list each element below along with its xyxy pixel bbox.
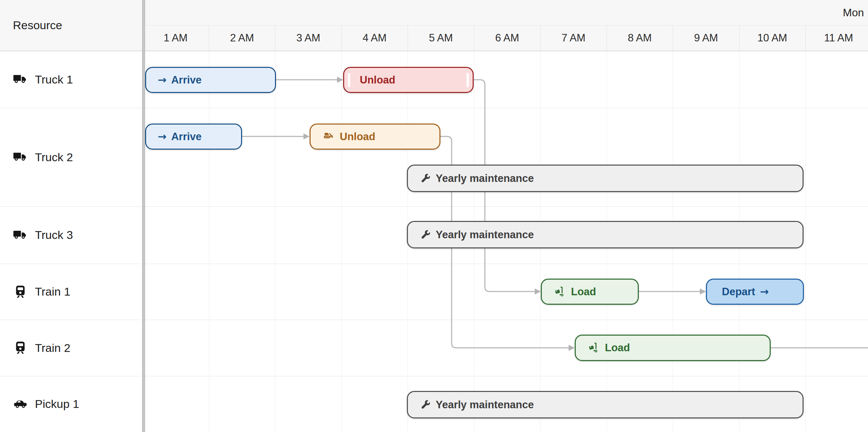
event-label: Yearly maintenance	[436, 399, 534, 411]
resize-handle-left[interactable]	[348, 73, 350, 87]
bulldozer-icon	[322, 131, 335, 143]
dependency-arrowhead	[337, 77, 343, 83]
event-truck2-unload[interactable]: Unload	[310, 124, 440, 150]
resize-handle-right[interactable]	[467, 73, 469, 87]
resource-row-truck-3[interactable]: Truck 3	[0, 206, 142, 264]
event-label: Yearly maintenance	[436, 172, 534, 185]
hour-header-cell: 6 AM	[474, 25, 540, 51]
event-label: Unload	[340, 131, 375, 143]
hour-header-cell: 4 AM	[341, 25, 408, 51]
event-label: Arrive	[171, 131, 202, 143]
header-bottom-border	[0, 51, 868, 51]
resource-row-truck-2[interactable]: Truck 2	[0, 108, 142, 206]
resource-label: Truck 2	[35, 151, 73, 164]
event-train2-load[interactable]: Load	[575, 335, 771, 361]
event-label: Yearly maintenance	[436, 229, 534, 241]
event-train1-depart[interactable]: Depart→	[706, 279, 804, 305]
resource-row-train-1[interactable]: Train 1	[0, 264, 142, 320]
hour-header-cell: 8 AM	[607, 25, 673, 51]
handtruck-icon	[553, 286, 566, 298]
resource-row-truck-1[interactable]: Truck 1	[0, 51, 142, 108]
grid-column-line	[341, 51, 342, 432]
event-truck1-unload[interactable]: Unload	[343, 67, 474, 93]
truck-icon	[13, 72, 28, 87]
event-truck3-maintenance[interactable]: Yearly maintenance	[407, 221, 804, 248]
resource-row-pickup-1[interactable]: Pickup 1	[0, 376, 142, 432]
grid-column-line	[275, 51, 275, 432]
wrench-icon	[421, 173, 431, 184]
arrow-right-icon: →	[158, 75, 166, 85]
event-label: Arrive	[171, 74, 202, 86]
dependency-arrowhead	[700, 288, 706, 295]
resource-label: Truck 3	[35, 228, 73, 242]
event-label: Load	[605, 342, 630, 354]
wrench-icon	[421, 400, 431, 410]
grid-column-line	[209, 51, 209, 432]
resource-label: Pickup 1	[35, 397, 79, 411]
truck-icon	[13, 228, 28, 242]
event-truck2-maintenance[interactable]: Yearly maintenance	[407, 165, 804, 192]
resource-label: Truck 1	[35, 73, 73, 86]
day-header-label: Mon	[843, 0, 864, 25]
pickup-icon	[13, 397, 28, 411]
dependency-arrowhead	[303, 133, 310, 139]
truck-icon	[13, 150, 28, 164]
day-header-row: Mon	[142, 0, 868, 25]
scheduler-app: Mon Resource 1 AM2 AM3 AM4 AM5 AM6 AM7 A…	[0, 0, 868, 432]
arrow-right-icon: →	[760, 286, 769, 297]
hour-header-cell: 11 AM	[805, 25, 868, 51]
hour-header-cell: 7 AM	[540, 25, 607, 51]
event-label: Depart	[722, 286, 755, 298]
hour-header-cell: 9 AM	[673, 25, 739, 51]
resource-label: Train 2	[35, 341, 71, 355]
event-pickup1-maintenance[interactable]: Yearly maintenance	[407, 391, 804, 418]
hour-header-cell: 10 AM	[739, 25, 806, 51]
hour-header-cell: 2 AM	[209, 25, 275, 51]
arrow-right-icon: →	[158, 131, 166, 142]
event-train1-load[interactable]: Load	[541, 279, 639, 305]
event-label: Unload	[360, 74, 395, 86]
hour-header-cell: 1 AM	[142, 25, 209, 51]
hour-header-cell: 5 AM	[408, 25, 474, 51]
resource-column-header: Resource	[0, 0, 142, 51]
resource-label: Train 1	[35, 285, 71, 298]
event-truck1-arrive[interactable]: →Arrive	[145, 67, 276, 93]
handtruck-icon	[587, 342, 600, 354]
event-truck2-arrive[interactable]: →Arrive	[145, 124, 242, 150]
dependency-arrowhead	[569, 345, 575, 351]
grid-column-line	[805, 51, 806, 432]
hour-header-cell: 3 AM	[275, 25, 341, 51]
train-icon	[13, 341, 28, 355]
resource-row-train-2[interactable]: Train 2	[0, 320, 142, 376]
panel-splitter[interactable]	[142, 0, 145, 432]
event-label: Load	[571, 286, 596, 298]
wrench-icon	[421, 230, 431, 240]
train-icon	[13, 285, 28, 299]
